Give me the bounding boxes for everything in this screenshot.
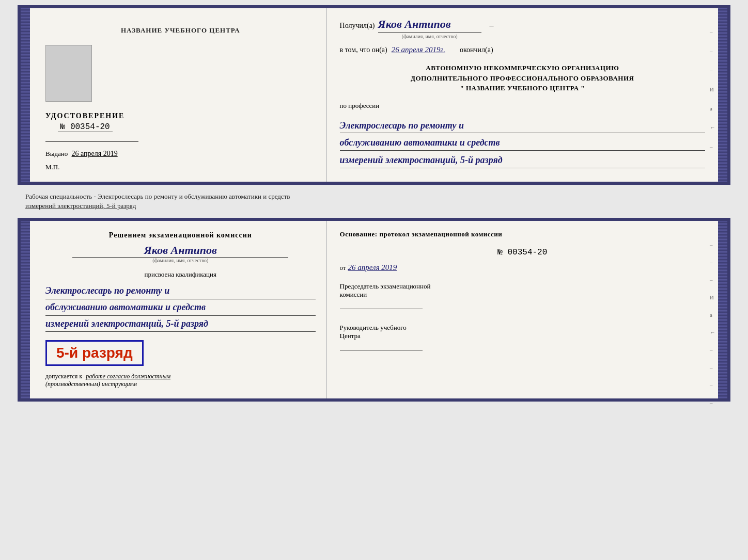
org-line2: ДОПОЛНИТЕЛЬНОГО ПРОФЕССИОНАЛЬНОГО ОБРАЗО… (340, 73, 705, 84)
fio-label-top: (фамилия, имя, отчество) (378, 34, 481, 39)
document-container: НАЗВАНИЕ УЧЕБНОГО ЦЕНТРА УДОСТОВЕРЕНИЕ №… (18, 5, 730, 402)
photo-placeholder (45, 45, 92, 102)
udostoverenie-number: № 00354-20 (58, 122, 113, 132)
predsedatel-block: Председатель экзаменационной комиссии (340, 282, 705, 311)
razryad-text: 5-й разряд (56, 345, 133, 361)
book-spine-left-bottom (21, 221, 30, 398)
poluchil-label: Получил(а) (340, 22, 375, 30)
udostoverenie-block: УДОСТОВЕРЕНИЕ № 00354-20 (45, 112, 124, 132)
bottom-diploma-book: Решением экзаменационной комиссии Яков А… (18, 218, 730, 402)
bottom-profession-block: Электрослесарь по ремонту и обслуживанию… (45, 283, 316, 332)
profession-line2-top: обслуживанию автоматики и средств (340, 135, 705, 151)
profession-line3-top: измерений электростанций, 5-й разряд (340, 153, 705, 168)
book-spine-left-top (21, 8, 30, 182)
top-diploma-book: НАЗВАНИЕ УЧЕБНОГО ЦЕНТРА УДОСТОВЕРЕНИЕ №… (18, 5, 730, 185)
bottom-prof-line1: Электрослесарь по ремонту и (45, 283, 316, 299)
ot-line: от 26 апреля 2019 (340, 263, 705, 272)
osnovanie-label: Основание: протокол экзаменационной коми… (340, 230, 705, 238)
org-block: АВТОНОМНУЮ НЕКОММЕРЧЕСКУЮ ОРГАНИЗАЦИЮ ДО… (340, 63, 705, 93)
mp-label: М.П. (45, 163, 59, 171)
desc-text2: измерений электростанций, 5-й разряд (25, 202, 136, 210)
poluchil-line: Получил(а) Яков Антипов (фамилия, имя, о… (340, 18, 705, 39)
dopuskaetsya-text2: (производственным) инструкциям (45, 380, 137, 388)
predsedatel-label: Председатель экзаменационной (340, 282, 705, 291)
rukovoditel-label: Руководитель учебного (340, 324, 705, 332)
razryad-badge: 5-й разряд (45, 340, 144, 366)
prisvoena-label: присвоена квалификация (45, 270, 316, 279)
right-markers-bottom: – – – И а ← – – – – (710, 242, 715, 406)
profession-line1-top: Электрослесарь по ремонту и (340, 118, 705, 134)
recipient-name: Яков Антипов (378, 18, 481, 33)
razryad-badge-block: 5-й разряд (45, 336, 316, 366)
profession-block-top: Электрослесарь по ремонту и обслуживанию… (340, 116, 705, 168)
desc-text1: Рабочая специальность - Электрослесарь п… (25, 193, 290, 200)
org-line1: АВТОНОМНУЮ НЕКОММЕРЧЕСКУЮ ОРГАНИЗАЦИЮ (340, 63, 705, 73)
rukovoditel-signature (340, 340, 423, 350)
dopuskaetsya-text: работе согласно должностным (86, 373, 170, 380)
org-line3: " НАЗВАНИЕ УЧЕБНОГО ЦЕНТРА " (340, 83, 705, 93)
predsedatel-signature (340, 299, 423, 309)
po-professii-label: по профессии (340, 102, 705, 110)
bottom-right-page: Основание: протокол экзаменационной коми… (327, 221, 718, 398)
bottom-recipient-name: Яков Антипов (72, 244, 288, 258)
ot-label: от (340, 264, 346, 272)
description-line: Рабочая специальность - Электрослесарь п… (18, 189, 730, 214)
bottom-name-block: Яков Антипов (фамилия, имя, отчество) (45, 244, 316, 263)
vtom-line: в том, что он(а) 26 апреля 2019г. окончи… (340, 45, 705, 54)
resheniem-label: Решением экзаменационной комиссии (45, 231, 316, 239)
protocol-number: № 00354-20 (340, 248, 705, 257)
vtom-date: 26 апреля 2019г. (392, 45, 445, 54)
vydano-line: Выдано 26 апреля 2019 (45, 150, 118, 158)
top-left-title: НАЗВАНИЕ УЧЕБНОГО ЦЕНТРА (121, 26, 240, 35)
rukovoditel-block: Руководитель учебного Центра (340, 324, 705, 353)
book-spine-right-top (718, 8, 727, 182)
vydano-label: Выдано (45, 150, 68, 157)
bottom-left-page: Решением экзаменационной комиссии Яков А… (30, 221, 327, 398)
okonchil-label: окончил(а) (460, 46, 493, 54)
dopuskaetsya-line: допускается к работе согласно должностны… (45, 373, 316, 388)
ot-date: 26 апреля 2019 (348, 263, 397, 272)
fio-label-bottom: (фамилия, имя, отчество) (45, 258, 316, 263)
right-markers-top: – – – И а ← – (710, 29, 715, 150)
komissi-label: комиссии (340, 291, 705, 299)
bottom-prof-line3: измерений электростанций, 5-й разряд (45, 316, 316, 332)
dopuskaetsya-prefix: допускается к (45, 373, 82, 380)
top-left-page: НАЗВАНИЕ УЧЕБНОГО ЦЕНТРА УДОСТОВЕРЕНИЕ №… (30, 8, 327, 182)
centr-label: Центра (340, 332, 705, 340)
book-spine-right-bottom (718, 221, 727, 398)
vtom-label: в том, что он(а) (340, 46, 387, 54)
bottom-prof-line2: обслуживанию автоматики и средств (45, 299, 316, 316)
udostoverenie-title: УДОСТОВЕРЕНИЕ (45, 112, 124, 120)
vydano-date: 26 апреля 2019 (72, 150, 118, 157)
top-right-page: Получил(а) Яков Антипов (фамилия, имя, о… (327, 8, 718, 182)
